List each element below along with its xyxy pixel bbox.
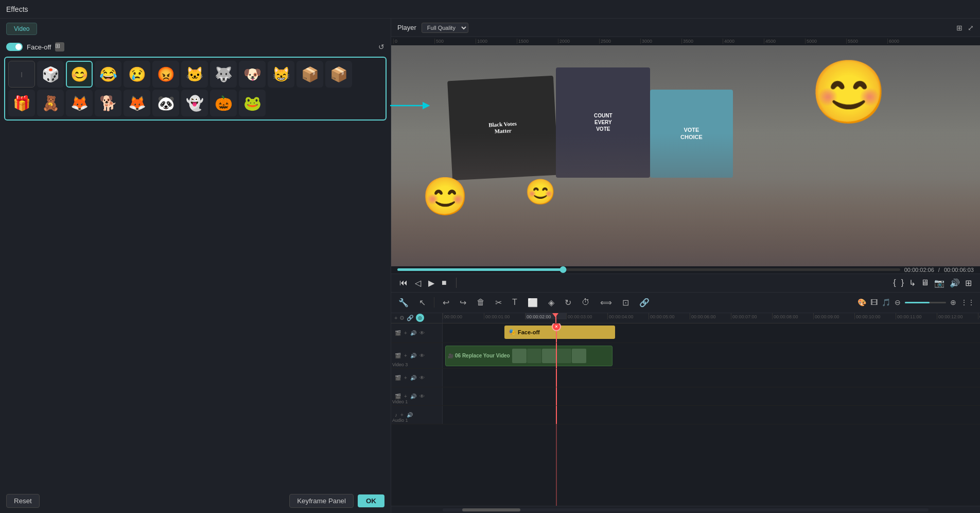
- emoji-sad[interactable]: 😢: [124, 61, 150, 88]
- video2-eye-icon[interactable]: 👁: [419, 374, 425, 381]
- emoji-ghost[interactable]: 👻: [181, 90, 208, 116]
- tool-mask[interactable]: ◈: [546, 296, 556, 310]
- tool-crop[interactable]: ⬜: [526, 296, 540, 310]
- video3-track-row: 🎬 + 🔊 👁 🎥 06 Replace Your Video: [391, 343, 980, 369]
- effect-audio-icon[interactable]: 🔊: [410, 330, 417, 336]
- emoji-fox2[interactable]: 🦊: [124, 90, 150, 116]
- ok-button[interactable]: OK: [358, 494, 384, 507]
- emoji-dog[interactable]: 🐶: [239, 61, 266, 88]
- video3-add-icon[interactable]: +: [404, 352, 408, 359]
- progress-track[interactable]: [397, 268, 900, 271]
- video-tab-button[interactable]: Video: [6, 23, 37, 35]
- reset-button[interactable]: Reset: [6, 494, 40, 508]
- zoom-out-btn[interactable]: ⊖: [895, 298, 901, 306]
- insert-button[interactable]: ↳: [909, 278, 916, 288]
- cut-right-button[interactable]: }: [901, 278, 904, 287]
- emoji-cat1[interactable]: 🐱: [181, 61, 208, 88]
- tool-link[interactable]: 🔗: [637, 296, 652, 310]
- emoji-box4[interactable]: 🧸: [37, 90, 64, 116]
- ruler-mark-4000: 4000: [723, 39, 764, 44]
- emoji-box2[interactable]: 📦: [325, 61, 352, 88]
- zoom-track[interactable]: [905, 302, 946, 303]
- timeline-marker-icon[interactable]: ◎: [416, 314, 424, 322]
- emoji-frog[interactable]: 🐸: [239, 90, 266, 116]
- emoji-fox[interactable]: 🦊: [66, 90, 93, 116]
- skip-back-button[interactable]: ⏮: [399, 278, 408, 287]
- tool-delete[interactable]: 🗑: [475, 296, 487, 309]
- tick-9: 00:00:09:00: [813, 313, 854, 319]
- emoji-angry[interactable]: 😡: [152, 61, 179, 88]
- progress-thumb[interactable]: [560, 266, 567, 273]
- emoji-box1[interactable]: 📦: [296, 61, 323, 88]
- video3-audio-icon[interactable]: 🔊: [410, 352, 417, 359]
- effect-track-playhead: ×: [556, 323, 557, 343]
- emoji-pumpkin[interactable]: 🎃: [210, 90, 237, 116]
- tool-speed[interactable]: ⏱: [580, 296, 592, 309]
- keyframe-panel-button[interactable]: Keyframe Panel: [289, 494, 354, 508]
- video2-icon[interactable]: 🎬: [394, 374, 401, 381]
- add-track-icon[interactable]: +: [394, 315, 397, 321]
- face-off-reset-icon[interactable]: ↺: [378, 43, 384, 51]
- color-icon[interactable]: 🎞: [870, 298, 878, 306]
- volume-button[interactable]: 🔊: [950, 278, 960, 288]
- expand-button[interactable]: ⊞: [965, 278, 972, 288]
- ruler-mark-1000: 1000: [476, 39, 517, 44]
- monitor-button[interactable]: 🖥: [921, 278, 929, 287]
- emoji-dog2[interactable]: 🐕: [95, 90, 121, 116]
- video2-audio-icon[interactable]: 🔊: [410, 374, 417, 381]
- tool-pip[interactable]: ⊡: [620, 296, 631, 310]
- progress-bar-area[interactable]: 00:00:02:06 / 00:00:06:03: [391, 266, 980, 273]
- face-off-label: Face-off: [27, 43, 51, 51]
- screenshot-button[interactable]: 📷: [934, 278, 944, 288]
- video3-icon[interactable]: 🎬: [394, 352, 401, 359]
- playhead-marker[interactable]: ×: [552, 323, 561, 331]
- video1-audio-icon[interactable]: 🔊: [410, 393, 417, 400]
- play-button[interactable]: ▶: [428, 278, 434, 288]
- step-back-button[interactable]: ◁: [415, 278, 421, 288]
- fullscreen-icon[interactable]: ⤢: [968, 24, 974, 32]
- more-btn[interactable]: ⋮⋮: [960, 298, 975, 306]
- effect-add-icon[interactable]: +: [404, 330, 408, 336]
- emoji-none[interactable]: |: [8, 61, 35, 88]
- audio-icon[interactable]: 🎵: [882, 298, 890, 306]
- stop-button[interactable]: ■: [442, 278, 447, 287]
- horizontal-scrollbar[interactable]: [391, 506, 980, 513]
- tool-magnet[interactable]: 🔧: [396, 296, 411, 310]
- quality-select[interactable]: Full Quality Half Quality: [422, 23, 468, 33]
- video3-eye-icon[interactable]: 👁: [419, 352, 425, 359]
- emoji-laugh[interactable]: 😂: [95, 61, 121, 88]
- video1-eye-icon[interactable]: 👁: [419, 393, 425, 400]
- face-off-toggle[interactable]: [6, 43, 23, 51]
- tool-rotate-cw[interactable]: ↻: [563, 296, 573, 310]
- cut-left-button[interactable]: {: [893, 278, 896, 287]
- grid-view-icon[interactable]: ⊞: [956, 24, 962, 32]
- filter-icon[interactable]: 🎨: [857, 298, 866, 306]
- video2-add-icon[interactable]: +: [404, 374, 408, 381]
- face-off-settings-icon[interactable]: ⊞: [55, 42, 64, 52]
- tick-2: 00:00:02:00: [525, 313, 566, 319]
- tool-cut[interactable]: ✂: [493, 296, 504, 310]
- timeline-link-icon[interactable]: 🔗: [407, 315, 414, 321]
- video-tab-area: Video: [0, 19, 391, 39]
- timeline-settings-icon[interactable]: ⚙: [399, 315, 405, 321]
- progress-fill: [397, 268, 563, 271]
- emoji-dice[interactable]: 🎲: [37, 61, 64, 88]
- emoji-wolf[interactable]: 🐺: [210, 61, 237, 88]
- emoji-cat2[interactable]: 😸: [268, 61, 294, 88]
- scroll-thumb[interactable]: [462, 508, 520, 511]
- emoji-smile[interactable]: 😊: [66, 61, 93, 88]
- emoji-box3[interactable]: 🎁: [8, 90, 35, 116]
- emoji-panda[interactable]: 🐼: [152, 90, 179, 116]
- tool-undo[interactable]: ↩: [441, 296, 451, 310]
- tool-stabilize[interactable]: ⟺: [598, 296, 614, 310]
- tool-redo[interactable]: ↪: [458, 296, 468, 310]
- toolbar-right: 🎨 🎞 🎵 ⊖ ⊕ ⋮⋮: [857, 298, 975, 306]
- tool-select[interactable]: ↖: [417, 296, 428, 310]
- tool-text[interactable]: T: [510, 296, 519, 309]
- effect-eye-icon[interactable]: 👁: [419, 330, 425, 336]
- effect-video-icon[interactable]: 🎬: [394, 330, 401, 336]
- video3-clip[interactable]: 🎥 06 Replace Your Video: [445, 346, 612, 366]
- thumb-4: [557, 349, 571, 363]
- zoom-in-btn[interactable]: ⊕: [950, 298, 956, 306]
- scroll-track[interactable]: [443, 508, 929, 511]
